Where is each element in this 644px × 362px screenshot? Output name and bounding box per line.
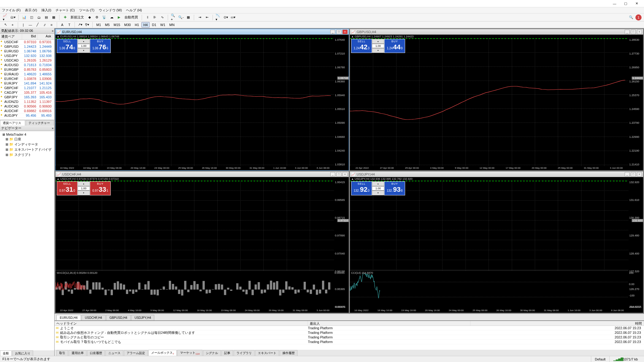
col-ask[interactable]: Ask	[37, 34, 53, 40]
market-watch-row[interactable]: EURJPY141.894141.924	[0, 81, 54, 86]
timeframe-D1[interactable]: D1	[151, 22, 158, 28]
text-label-icon[interactable]: T	[66, 22, 72, 28]
terminal-tab[interactable]: 運用比率	[69, 350, 86, 356]
new-order-icon[interactable]: ✚	[62, 14, 68, 21]
close-icon[interactable]: ×	[52, 29, 54, 33]
timeframe-H4[interactable]: H4	[141, 22, 149, 28]
vol-up-icon[interactable]: ▴	[78, 181, 90, 186]
close-icon[interactable]: ×	[52, 126, 54, 130]
fibo-icon[interactable]: ≡	[48, 22, 55, 28]
hline-icon[interactable]: —	[27, 22, 33, 28]
mail-row[interactable]: ✉組み込みの仮想ホスティング - 自動売買ロボットとシグナルは毎日24時間稼働し…	[55, 330, 644, 335]
timeframe-M30[interactable]: M30	[123, 22, 132, 28]
close-button[interactable]: ✕	[631, 1, 642, 7]
chart-tab[interactable]: USDJPY,H4	[131, 315, 155, 320]
market-watch-row[interactable]: USDCHF0.973100.97331	[0, 40, 54, 44]
sell-button[interactable]: SELL 1.06748	[57, 39, 78, 53]
menu-item[interactable]: 表示 (V)	[25, 8, 37, 13]
mail-row[interactable]: ✉取引シグナルと取引のコピーTrading Platform2022.06.07…	[55, 335, 644, 340]
market-watch-row[interactable]: EURCHF1.038781.03906	[0, 77, 54, 81]
timeframe-W1[interactable]: W1	[159, 22, 167, 28]
buy-button[interactable]: BUY 1.24449	[384, 39, 405, 53]
terminal-tab[interactable]: 取引	[56, 350, 68, 356]
market-watch-row[interactable]: GBPUSD1.244231.24449	[0, 44, 54, 49]
market-watch-row[interactable]: EURGBP0.857830.85803	[0, 67, 54, 72]
terminal-tab[interactable]: シグナル	[203, 350, 221, 356]
minimize-icon[interactable]: _	[625, 30, 630, 34]
buy-button[interactable]: BUY 1.06766	[90, 39, 111, 53]
tab-symbols[interactable]: 通貨ペアリスト	[0, 120, 25, 126]
nav-node[interactable]: ⊞ 📁 インディケータ	[1, 142, 53, 147]
mail-row[interactable]: ✉ようこそTrading Platform2022.06.07 15:23	[55, 326, 644, 330]
vol-down-icon[interactable]: ▾	[78, 190, 90, 195]
terminal-tab[interactable]: 記事	[221, 350, 233, 356]
market-watch-row[interactable]: AUDNZD1.113521.11397	[0, 100, 54, 104]
line-chart-icon[interactable]: ∿	[159, 14, 165, 21]
col-time[interactable]: 時間	[470, 321, 644, 326]
maximize-button[interactable]: ▢	[620, 1, 631, 7]
menu-item[interactable]: ヘルプ (H)	[126, 8, 142, 13]
signals-icon[interactable]: 📡	[101, 14, 107, 21]
market-watch-row[interactable]: GBPCHF1.210771.21125	[0, 86, 54, 90]
new-order-button[interactable]: 新規注文	[69, 15, 85, 20]
search-icon[interactable]: 🔍	[628, 14, 634, 21]
chart-window[interactable]: 📈 USDJPY,H4 _ □ × ▲ USDJPY,H4 132.936 13…	[350, 171, 643, 313]
maximize-icon[interactable]: □	[336, 172, 341, 176]
minimize-icon[interactable]: _	[625, 172, 630, 176]
menu-item[interactable]: ファイル (F)	[2, 8, 21, 13]
market-watch-icon[interactable]: 📊	[21, 14, 27, 21]
periods-icon[interactable]: ⊙▾	[223, 14, 229, 21]
col-sender[interactable]: 差出人	[308, 321, 470, 326]
templates-icon[interactable]: ▭▾	[230, 14, 236, 21]
metaeditor-icon[interactable]: ◆	[86, 14, 93, 21]
profiles-icon[interactable]: 🗂▾	[10, 14, 16, 21]
autotrade-icon[interactable]: ▶	[116, 14, 122, 21]
minimize-icon[interactable]: _	[330, 172, 335, 176]
status-profile[interactable]: Default	[591, 356, 609, 362]
timeframe-H1[interactable]: H1	[133, 22, 140, 28]
chart-tab[interactable]: EURUSD,H4	[56, 315, 81, 320]
chart-window[interactable]: 📈 GBPUSD,H4 _ □ × ▲ GBPUSD,H4 1.24907 1.…	[350, 29, 643, 171]
data-window-icon[interactable]: ◫	[29, 14, 35, 21]
maximize-icon[interactable]: □	[336, 30, 341, 34]
vline-icon[interactable]: |	[20, 22, 26, 28]
close-icon[interactable]: ×	[637, 172, 642, 176]
close-icon[interactable]: ×	[343, 172, 347, 176]
notifications-icon[interactable]: 1	[635, 14, 642, 21]
vol-up-icon[interactable]: ▴	[372, 181, 384, 186]
strategy-tester-icon[interactable]: ▦	[51, 14, 57, 21]
tab-common[interactable]: 全般	[0, 350, 12, 356]
crosshair-icon[interactable]: +	[10, 22, 16, 28]
terminal-tab[interactable]: エキスパート	[255, 350, 279, 356]
chart-window[interactable]: 📈 EURUSD,H4 _ □ × ▲ EURUSD,H4 1.06819 1.…	[55, 29, 349, 171]
timeframe-M15[interactable]: M15	[112, 22, 122, 28]
menu-item[interactable]: ツール (T)	[79, 8, 94, 13]
terminal-tab[interactable]: 口座履歴	[87, 350, 105, 356]
arrows-icon[interactable]: ↗▾	[77, 22, 83, 28]
timeframe-MN[interactable]: MN	[168, 22, 176, 28]
objects-icon[interactable]: ⚲▾	[84, 22, 90, 28]
chart-window[interactable]: 📈 USDCHF,H4 _ □ × ▲ USDCHF,H4 0.97184 0.…	[55, 171, 349, 313]
market-watch-row[interactable]: EURAUD1.486201.48655	[0, 72, 54, 77]
col-bid[interactable]: Bid	[22, 34, 37, 40]
auto-scroll-icon[interactable]: ⇥	[197, 14, 203, 21]
new-chart-icon[interactable]: 📈▾	[2, 14, 9, 21]
vps-icon[interactable]: ☁	[109, 14, 115, 21]
close-icon[interactable]: ×	[637, 30, 642, 34]
indicators-icon[interactable]: 📉▾	[215, 14, 221, 21]
zoom-out-icon[interactable]: 🔍-	[178, 14, 184, 21]
tab-favorites[interactable]: お気に入り	[12, 350, 33, 356]
menu-item[interactable]: ウィンドウ (W)	[99, 8, 122, 13]
terminal-tab[interactable]: マーケット114	[177, 350, 202, 356]
terminal-icon[interactable]: ▤	[43, 14, 49, 21]
volume-input[interactable]	[78, 44, 90, 48]
terminal-tab[interactable]: アラーム設定	[124, 350, 148, 356]
buy-button[interactable]: BUY 132.938	[384, 181, 405, 195]
market-watch-row[interactable]: GBPJPY165.393165.433	[0, 95, 54, 100]
bar-chart-icon[interactable]: ⫴	[144, 14, 151, 21]
vol-up-icon[interactable]: ▴	[78, 39, 90, 44]
tile-windows-icon[interactable]: ▦	[185, 14, 191, 21]
nav-node[interactable]: ⊞ 📁 スクリプト	[1, 152, 53, 157]
vol-down-icon[interactable]: ▾	[372, 190, 384, 195]
tab-tick-chart[interactable]: ティックチャート	[26, 120, 54, 126]
